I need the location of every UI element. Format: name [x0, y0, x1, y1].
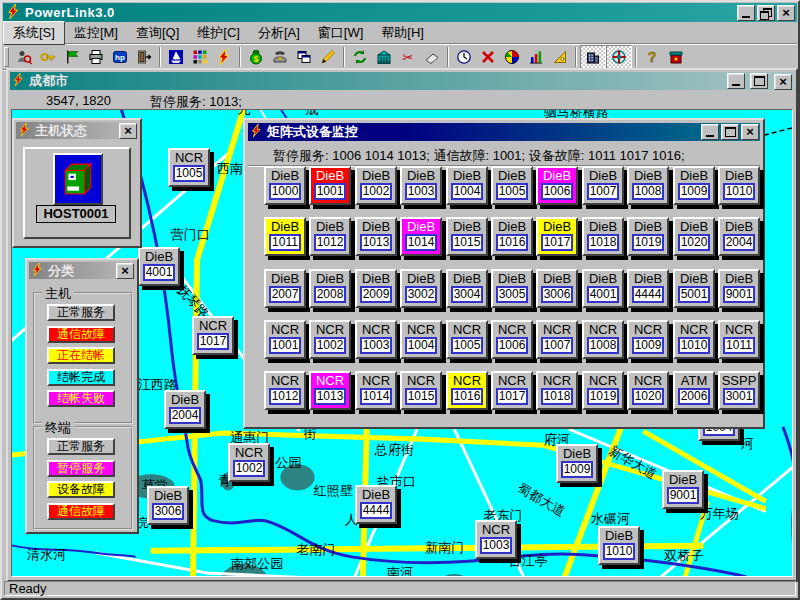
device-id: 1013 — [360, 234, 392, 251]
device-id: 3002 — [405, 286, 437, 303]
device-id: 1006 — [541, 183, 573, 200]
device-button[interactable]: NCR1001 — [264, 320, 306, 359]
device-button[interactable]: DieB1013 — [355, 217, 397, 256]
device-button[interactable]: NCR1020 — [627, 371, 669, 410]
device-button[interactable]: DieB2008 — [309, 269, 351, 308]
device-button[interactable]: DieB3005 — [491, 269, 533, 308]
device-type-label: DieB — [584, 271, 622, 286]
host-button[interactable] — [53, 153, 103, 205]
legend-item[interactable]: 正常服务 — [47, 304, 115, 321]
device-button[interactable]: NCR1003 — [355, 320, 397, 359]
device-type-label: NCR — [493, 373, 531, 388]
device-button[interactable]: DieB9001 — [662, 470, 704, 509]
device-button[interactable]: DieB1002 — [355, 166, 397, 205]
device-id: 2006 — [678, 388, 710, 405]
legend-item[interactable]: 正在结帐 — [47, 347, 115, 364]
device-button[interactable]: DieB1000 — [264, 166, 306, 205]
device-button[interactable]: NCR1013 — [309, 371, 351, 410]
device-id: 2007 — [269, 286, 301, 303]
device-id: 1010 — [723, 183, 755, 200]
device-button[interactable]: DieB1009 — [556, 444, 598, 483]
device-button[interactable]: DieB3004 — [446, 269, 488, 308]
device-button[interactable]: DieB1015 — [446, 217, 488, 256]
legend-item[interactable]: 暂停服务 — [47, 460, 115, 477]
device-button[interactable]: NCR1008 — [582, 320, 624, 359]
device-button[interactable]: NCR1006 — [491, 320, 533, 359]
device-button[interactable]: NCR1014 — [355, 371, 397, 410]
device-button[interactable]: ATM2006 — [673, 371, 715, 410]
device-button[interactable]: DieB1018 — [582, 217, 624, 256]
device-button[interactable]: DieB1011 — [264, 217, 306, 256]
device-button[interactable]: NCR1015 — [400, 371, 442, 410]
device-button[interactable]: NCR1002 — [228, 443, 270, 482]
device-button[interactable]: NCR1016 — [446, 371, 488, 410]
device-button[interactable]: NCR1017 — [192, 316, 234, 355]
legend-item[interactable]: 正常服务 — [47, 438, 115, 455]
device-button[interactable]: DieB1019 — [627, 217, 669, 256]
device-button[interactable]: NCR1002 — [309, 320, 351, 359]
device-button[interactable]: DieB1004 — [446, 166, 488, 205]
device-button[interactable]: DieB1003 — [400, 166, 442, 205]
device-button[interactable]: NCR1012 — [264, 371, 306, 410]
device-button[interactable]: NCR1009 — [627, 320, 669, 359]
device-button[interactable]: DieB1014 — [400, 217, 442, 256]
classify-window-titlebar[interactable]: 分类 — [29, 262, 135, 279]
device-button[interactable]: DieB1017 — [536, 217, 578, 256]
device-button[interactable]: DieB4444 — [355, 485, 397, 524]
device-button[interactable]: DieB2009 — [355, 269, 397, 308]
host-window-titlebar[interactable]: 主机状态 — [16, 122, 138, 139]
device-button[interactable]: DieB1016 — [491, 217, 533, 256]
device-id: 1019 — [632, 234, 664, 251]
classify-close-button[interactable] — [116, 263, 134, 279]
device-button[interactable]: NCR1005 — [168, 148, 210, 187]
device-button[interactable]: NCR1003 — [475, 520, 517, 559]
device-id: 3004 — [451, 286, 483, 303]
device-button[interactable]: DieB5001 — [673, 269, 715, 308]
device-button[interactable]: DieB1001 — [309, 166, 351, 205]
device-button[interactable]: NCR1018 — [536, 371, 578, 410]
device-button[interactable]: DieB1005 — [491, 166, 533, 205]
legend-item[interactable]: 设备故障 — [47, 481, 115, 498]
device-id: 4001 — [143, 264, 175, 281]
host-close-button[interactable] — [119, 123, 137, 139]
device-button[interactable]: DieB2007 — [264, 269, 306, 308]
device-button[interactable]: DieB1020 — [673, 217, 715, 256]
legend-item[interactable]: 结帐完成 — [47, 369, 115, 386]
device-button[interactable]: NCR1017 — [491, 371, 533, 410]
device-button[interactable]: DieB1007 — [582, 166, 624, 205]
device-type-label: DieB — [266, 219, 304, 234]
device-id: 1012 — [314, 234, 346, 251]
device-button[interactable]: NCR1019 — [582, 371, 624, 410]
legend-item[interactable]: 通信故障 — [47, 326, 115, 343]
device-button[interactable]: DieB4444 — [627, 269, 669, 308]
device-id: 1007 — [541, 337, 573, 354]
device-button[interactable]: DieB1012 — [309, 217, 351, 256]
device-button[interactable]: DieB3006 — [536, 269, 578, 308]
device-id: 1015 — [405, 388, 437, 405]
device-button[interactable]: DieB1010 — [598, 526, 640, 565]
device-type-label: NCR — [675, 322, 713, 337]
device-id: 1020 — [678, 234, 710, 251]
device-button[interactable]: NCR1005 — [446, 320, 488, 359]
device-button[interactable]: DieB4001 — [582, 269, 624, 308]
device-button[interactable]: NCR1007 — [536, 320, 578, 359]
device-type-label: NCR — [230, 445, 268, 460]
device-button[interactable]: SSPP3001 — [718, 371, 760, 410]
device-button[interactable]: NCR1004 — [400, 320, 442, 359]
host-name-label[interactable]: HOST0001 — [36, 205, 116, 223]
device-button[interactable]: DieB3006 — [147, 486, 189, 525]
device-button[interactable]: DieB1008 — [627, 166, 669, 205]
device-button[interactable]: DieB9001 — [718, 269, 760, 308]
device-button[interactable]: NCR1011 — [718, 320, 760, 359]
device-button[interactable]: DieB2004 — [164, 390, 206, 429]
device-id: 1017 — [496, 388, 528, 405]
legend-item[interactable]: 结帐失败 — [47, 390, 115, 407]
device-button[interactable]: DieB3002 — [400, 269, 442, 308]
device-button[interactable]: NCR1010 — [673, 320, 715, 359]
device-button[interactable]: DieB1010 — [718, 166, 760, 205]
device-button[interactable]: DieB4001 — [138, 247, 180, 286]
legend-item[interactable]: 通信故障 — [47, 503, 115, 520]
device-button[interactable]: DieB1009 — [673, 166, 715, 205]
device-button[interactable]: DieB1006 — [536, 166, 578, 205]
device-button[interactable]: DieB2004 — [718, 217, 760, 256]
